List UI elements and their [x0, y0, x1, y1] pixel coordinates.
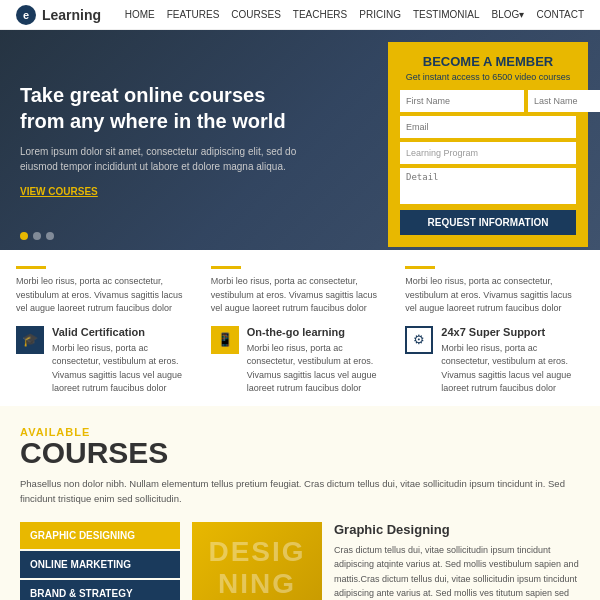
- membership-title: BECOME A MEMBER: [400, 54, 576, 69]
- feature-desc-1: Morbi leo risus, porta ac consectetur, v…: [52, 342, 195, 396]
- support-icon: ⚙: [405, 326, 433, 354]
- course-item-brand[interactable]: BRAND & STRATEGY: [20, 580, 180, 600]
- membership-subtitle: Get instant access to 6500 video courses: [400, 72, 576, 82]
- feature-desc-3: Morbi leo risus, porta ac consectetur, v…: [441, 342, 584, 396]
- nav-blog[interactable]: BLOG▾: [492, 9, 525, 20]
- feature-body-3: 24x7 Super Support Morbi leo risus, port…: [441, 326, 584, 396]
- feature-desc-2: Morbi leo risus, porta ac consectetur, v…: [247, 342, 390, 396]
- nav-contact[interactable]: CONTACT: [536, 9, 584, 20]
- membership-form: BECOME A MEMBER Get instant access to 65…: [388, 42, 588, 247]
- courses-description: Phasellus non dolor nibh. Nullam element…: [20, 476, 580, 506]
- thumbnail-text: DESIG: [208, 536, 305, 568]
- mobile-icon: 📱: [211, 326, 239, 354]
- feature-body-2: On-the-go learning Morbi leo risus, port…: [247, 326, 390, 396]
- feature-item-2: 📱 On-the-go learning Morbi leo risus, po…: [211, 326, 390, 396]
- feature-item-1: 🎓 Valid Certification Morbi leo risus, p…: [16, 326, 195, 396]
- course-detail-text: Cras dictum tellus dui, vitae sollicitud…: [334, 543, 580, 600]
- thumbnail-overlay: DESIG NING: [192, 522, 322, 600]
- nav: HOME FEATURES COURSES TEACHERS PRICING T…: [125, 9, 584, 20]
- nav-pricing[interactable]: PRICING: [359, 9, 401, 20]
- header: e Learning HOME FEATURES COURSES TEACHER…: [0, 0, 600, 30]
- course-detail-title: Graphic Designing: [334, 522, 580, 537]
- logo-text: Learning: [42, 7, 101, 23]
- hero-title: Take great online courses from any where…: [20, 82, 310, 134]
- hero-section: Take great online courses from any where…: [0, 30, 600, 250]
- logo: e Learning: [16, 5, 101, 25]
- feature-text-1: Morbi leo risus, porta ac consectetur, v…: [16, 275, 195, 316]
- name-row: [400, 90, 576, 112]
- last-name-input[interactable]: [528, 90, 600, 112]
- first-name-input[interactable]: [400, 90, 524, 112]
- program-select[interactable]: Learning Program: [400, 142, 576, 164]
- logo-icon: e: [16, 5, 36, 25]
- email-input[interactable]: [400, 116, 576, 138]
- course-thumbnail: DESIG NING: [192, 522, 322, 600]
- detail-textarea[interactable]: [400, 168, 576, 204]
- nav-teachers[interactable]: TEACHERS: [293, 9, 347, 20]
- courses-title: COURSES: [20, 438, 580, 468]
- nav-features[interactable]: FEATURES: [167, 9, 220, 20]
- feature-text-2: Morbi leo risus, porta ac consectetur, v…: [211, 275, 390, 316]
- hero-description: Lorem ipsum dolor sit amet, consectetur …: [20, 144, 310, 174]
- hero-content: Take great online courses from any where…: [0, 62, 330, 218]
- certification-icon: 🎓: [16, 326, 44, 354]
- feature-col-3: Morbi leo risus, porta ac consectetur, v…: [405, 266, 584, 396]
- feature-heading-2: On-the-go learning: [247, 326, 390, 338]
- courses-layout: GRAPHIC DESIGNING ONLINE MARKETING BRAND…: [20, 522, 580, 600]
- feature-heading-1: Valid Certification: [52, 326, 195, 338]
- feature-heading-3: 24x7 Super Support: [441, 326, 584, 338]
- nav-testimonial[interactable]: TESTIMONIAL: [413, 9, 480, 20]
- feature-col-1: Morbi leo risus, porta ac consectetur, v…: [16, 266, 195, 396]
- course-detail: Graphic Designing Cras dictum tellus dui…: [334, 522, 580, 600]
- course-item-graphic[interactable]: GRAPHIC DESIGNING: [20, 522, 180, 549]
- feature-bar-3: [405, 266, 435, 269]
- dot-2[interactable]: [33, 232, 41, 240]
- feature-bar-1: [16, 266, 46, 269]
- dot-1[interactable]: [20, 232, 28, 240]
- thumbnail-text2: NING: [218, 568, 296, 600]
- features-section: Morbi leo risus, porta ac consectetur, v…: [0, 250, 600, 406]
- feature-body-1: Valid Certification Morbi leo risus, por…: [52, 326, 195, 396]
- feature-bar-2: [211, 266, 241, 269]
- view-courses-link[interactable]: VIEW COURSES: [20, 186, 98, 197]
- dot-3[interactable]: [46, 232, 54, 240]
- feature-item-3: ⚙ 24x7 Super Support Morbi leo risus, po…: [405, 326, 584, 396]
- feature-col-2: Morbi leo risus, porta ac consectetur, v…: [211, 266, 390, 396]
- courses-list: GRAPHIC DESIGNING ONLINE MARKETING BRAND…: [20, 522, 180, 600]
- request-info-button[interactable]: Request Information: [400, 210, 576, 235]
- feature-text-3: Morbi leo risus, porta ac consectetur, v…: [405, 275, 584, 316]
- hero-dots: [20, 232, 54, 240]
- nav-home[interactable]: HOME: [125, 9, 155, 20]
- course-item-marketing[interactable]: ONLINE MARKETING: [20, 551, 180, 578]
- courses-section: AVAILABLE COURSES Phasellus non dolor ni…: [0, 406, 600, 601]
- features-grid: Morbi leo risus, porta ac consectetur, v…: [16, 266, 584, 396]
- nav-courses[interactable]: COURSES: [231, 9, 280, 20]
